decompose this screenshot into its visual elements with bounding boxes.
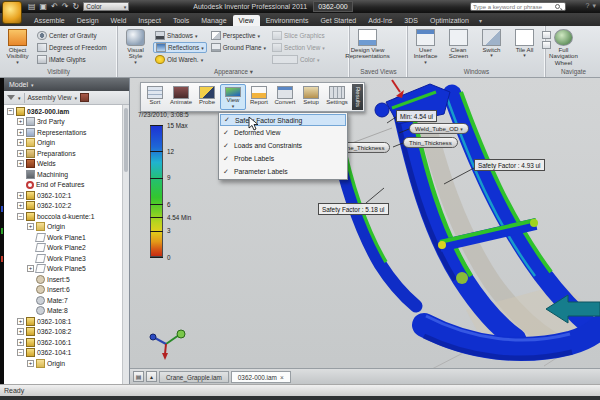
graphics-viewport[interactable]: 7/23/2010, 3:08:5 SortAnimateProbeView▾R… [130, 78, 600, 384]
switch-button[interactable]: Switch▾ [476, 28, 507, 59]
probe-button[interactable]: Probe [194, 84, 220, 110]
user-interface-button[interactable]: User Interface▾ [410, 28, 441, 65]
parameter-label-thin[interactable]: Thin_Thickness [403, 137, 458, 148]
perspective-button[interactable]: Perspective▾ [209, 30, 268, 41]
tab-add-ins[interactable]: Add-Ins [362, 15, 398, 26]
tree-item-origin[interactable]: +Origin [4, 222, 122, 233]
tab-view[interactable]: View [233, 15, 260, 26]
menu-item-safety-factor-shading[interactable]: ✓Safety Factor Shading [220, 114, 346, 126]
expander-icon[interactable]: + [27, 265, 34, 272]
tab-tools[interactable]: Tools [167, 15, 195, 26]
convert-button[interactable]: Convert [272, 84, 298, 110]
help-icon[interactable]: ? [586, 2, 590, 10]
tree-item-machining[interactable]: Machining [4, 169, 122, 180]
view-button[interactable]: View▾ [220, 84, 246, 110]
expander-icon[interactable]: + [17, 160, 24, 167]
object-visibility-button[interactable]: Object Visibility▾ [2, 28, 33, 65]
book-icon[interactable] [80, 93, 89, 102]
report-button[interactable]: Report [246, 84, 272, 110]
settings-button[interactable]: Settings [324, 84, 350, 110]
setup-button[interactable]: Setup [298, 84, 324, 110]
degrees-of-freedom-button[interactable]: Degrees of Freedom [35, 42, 109, 53]
expander-icon[interactable]: + [17, 328, 24, 335]
browser-scrollbar[interactable] [122, 105, 129, 384]
doc-tab-crane-grapple-iam[interactable]: Crane_Grapple.iam [159, 371, 229, 383]
tree-item-0362-108-2[interactable]: +0362-108:2 [4, 327, 122, 338]
center-of-gravity-button[interactable]: Center of Gravity [35, 30, 109, 41]
undo-icon[interactable]: ↶ [51, 2, 58, 11]
tree-item-mate-8[interactable]: Mate:8 [4, 306, 122, 317]
expander-icon[interactable]: + [17, 202, 24, 209]
menu-item-parameter-labels[interactable]: ✓Parameter Labels [220, 165, 346, 178]
full-navigation-wheel-button[interactable]: Full Navigation Wheel [548, 28, 579, 66]
tree-item-0362-106-1[interactable]: +0362-106:1 [4, 337, 122, 348]
panel-label-visibility[interactable]: Visibility [0, 67, 117, 77]
tree-item-insert-6[interactable]: Insert:6 [4, 285, 122, 296]
tab-design[interactable]: Design [71, 15, 105, 26]
expander-icon[interactable]: − [7, 108, 14, 115]
chevron-down-icon[interactable]: ▾ [74, 95, 77, 101]
tree-item-preparations[interactable]: +Preparations [4, 148, 122, 159]
tab-3ds[interactable]: 3DS [398, 15, 424, 26]
search-input[interactable] [471, 3, 555, 10]
tree-item-0362-102-1[interactable]: +0362-102:1 [4, 190, 122, 201]
expander-icon[interactable]: + [17, 139, 24, 146]
expander-icon[interactable]: + [17, 318, 24, 325]
expander-icon[interactable]: − [17, 213, 24, 220]
search-icon[interactable] [555, 4, 560, 9]
color-override-combo[interactable]: Color ▾ [83, 2, 129, 11]
browser-view-combo[interactable]: Assembly View [28, 94, 72, 101]
tree-item-boccola-d-kuente-1[interactable]: −boccola d-kuente:1 [4, 211, 122, 222]
tab-manage[interactable]: Manage [195, 15, 232, 26]
chevron-down-icon[interactable]: ▾ [18, 95, 21, 101]
sort-button[interactable]: Sort [142, 84, 168, 110]
old-wareh-button[interactable]: Old Wareh.▾ [153, 54, 207, 65]
menu-item-deformed-view[interactable]: ✓Deformed View [220, 126, 346, 139]
open-icon[interactable]: ▤ [28, 2, 36, 11]
redo-icon[interactable]: ↷ [62, 2, 69, 11]
expander-icon[interactable]: + [17, 192, 24, 199]
animate-button[interactable]: Animate [168, 84, 194, 110]
design-view-representations-button[interactable]: Design View Representations [352, 28, 383, 60]
expander-icon[interactable]: + [17, 129, 24, 136]
update-icon[interactable]: ↻ [73, 2, 80, 11]
tree-item-welds[interactable]: +Welds [4, 159, 122, 170]
expander-icon[interactable]: + [17, 118, 24, 125]
tree-item-mate-7[interactable]: Mate:7 [4, 295, 122, 306]
clean-screen-button[interactable]: Clean Screen [443, 28, 474, 60]
panel-label-windows[interactable]: Windows [408, 67, 545, 77]
panel-menu-icon[interactable]: ▾ [592, 2, 596, 10]
shadows-button[interactable]: Shadows▾ [153, 30, 207, 41]
min-result-label[interactable]: Min: 4.54 ul [396, 110, 437, 122]
tree-item-0362-102-2[interactable]: +0362-102:2 [4, 201, 122, 212]
probe-label-safety-factor-left[interactable]: Safety Factor : 5.18 ul [318, 203, 389, 215]
tree-item-0362-104-1[interactable]: −0362-104:1 [4, 348, 122, 359]
expander-icon[interactable]: + [17, 150, 24, 157]
save-icon[interactable]: ▣ [40, 2, 48, 11]
imate-glyphs-button[interactable]: iMate Glyphs [35, 54, 109, 65]
tab-overflow-icon[interactable]: ▾ [475, 15, 486, 26]
expander-icon[interactable]: + [17, 339, 24, 346]
browser-toggle-icon[interactable]: ▤ [133, 371, 144, 382]
expander-icon[interactable]: − [17, 349, 24, 356]
panel-label-saved-views[interactable]: Saved Views [350, 67, 407, 77]
panel-label-navigate[interactable]: Navigate [546, 67, 600, 77]
help-search-box[interactable] [470, 2, 566, 11]
tab-assemble[interactable]: Assemble [28, 15, 71, 26]
browser-header[interactable]: Model ▾ [4, 78, 129, 91]
tree-item-insert-5[interactable]: Insert:5 [4, 274, 122, 285]
expander-icon[interactable]: + [27, 360, 34, 367]
tab-inspect[interactable]: Inspect [132, 15, 167, 26]
tab-environments[interactable]: Environments [260, 15, 315, 26]
visual-style-button[interactable]: Visual Style▾ [120, 28, 151, 65]
menu-item-probe-labels[interactable]: ✓Probe Labels [220, 152, 346, 165]
scrollbar-thumb[interactable] [124, 108, 128, 172]
tree-item-work-plane1[interactable]: Work Plane1 [4, 232, 122, 243]
close-icon[interactable]: × [280, 374, 284, 381]
inventor-logo-icon[interactable] [2, 1, 22, 24]
tree-item-3rd-party[interactable]: +3rd Party [4, 117, 122, 128]
tab-weld[interactable]: Weld [105, 15, 133, 26]
filter-icon[interactable] [7, 95, 15, 100]
results-side-tab[interactable]: Results [352, 84, 363, 110]
expander-icon[interactable]: + [27, 223, 34, 230]
